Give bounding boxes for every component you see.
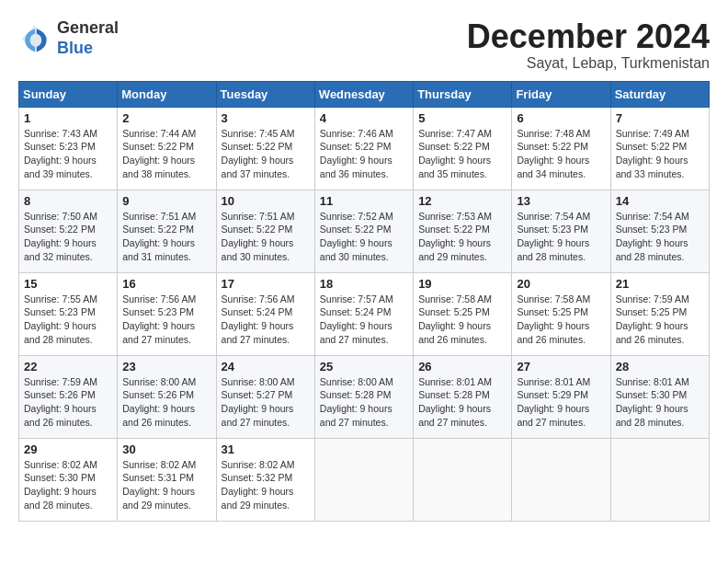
calendar-cell: 28Sunrise: 8:01 AMSunset: 5:30 PMDayligh… bbox=[610, 355, 709, 438]
day-number: 17 bbox=[222, 277, 310, 291]
calendar-cell: 3Sunrise: 7:45 AMSunset: 5:22 PMDaylight… bbox=[216, 107, 314, 190]
logo-text: General Blue bbox=[57, 18, 119, 58]
calendar-cell: 12Sunrise: 7:53 AMSunset: 5:22 PMDayligh… bbox=[414, 190, 512, 272]
day-info: Sunrise: 8:00 AMSunset: 5:26 PMDaylight:… bbox=[122, 375, 210, 430]
day-info: Sunrise: 7:49 AMSunset: 5:22 PMDaylight:… bbox=[616, 127, 704, 181]
calendar-cell: 22Sunrise: 7:59 AMSunset: 5:26 PMDayligh… bbox=[19, 355, 118, 438]
day-number: 7 bbox=[616, 111, 704, 125]
month-title: December 2024 bbox=[467, 18, 710, 55]
calendar-cell bbox=[414, 438, 512, 521]
calendar-cell: 17Sunrise: 7:56 AMSunset: 5:24 PMDayligh… bbox=[216, 272, 314, 355]
day-info: Sunrise: 8:02 AMSunset: 5:32 PMDaylight:… bbox=[222, 458, 310, 512]
calendar-cell: 1Sunrise: 7:43 AMSunset: 5:23 PMDaylight… bbox=[19, 107, 118, 190]
day-number: 28 bbox=[616, 360, 704, 373]
day-number: 27 bbox=[517, 360, 605, 373]
day-number: 9 bbox=[122, 194, 210, 208]
day-info: Sunrise: 8:02 AMSunset: 5:30 PMDaylight:… bbox=[24, 458, 112, 512]
day-info: Sunrise: 7:46 AMSunset: 5:22 PMDaylight:… bbox=[320, 127, 408, 181]
day-number: 11 bbox=[320, 194, 408, 208]
day-info: Sunrise: 7:51 AMSunset: 5:22 PMDaylight:… bbox=[222, 210, 310, 264]
weekday-header: Monday bbox=[118, 81, 216, 107]
calendar-cell: 10Sunrise: 7:51 AMSunset: 5:22 PMDayligh… bbox=[216, 190, 314, 272]
day-info: Sunrise: 7:45 AMSunset: 5:22 PMDaylight:… bbox=[222, 127, 310, 181]
day-info: Sunrise: 7:56 AMSunset: 5:24 PMDaylight:… bbox=[222, 293, 310, 347]
calendar-cell: 13Sunrise: 7:54 AMSunset: 5:23 PMDayligh… bbox=[512, 190, 610, 272]
day-number: 18 bbox=[320, 277, 408, 291]
day-info: Sunrise: 7:47 AMSunset: 5:22 PMDaylight:… bbox=[418, 127, 506, 181]
title-area: December 2024 Sayat, Lebap, Turkmenistan bbox=[467, 18, 710, 72]
calendar-cell: 23Sunrise: 8:00 AMSunset: 5:26 PMDayligh… bbox=[118, 355, 216, 438]
day-number: 31 bbox=[222, 442, 310, 456]
day-info: Sunrise: 8:01 AMSunset: 5:29 PMDaylight:… bbox=[517, 375, 605, 430]
day-number: 19 bbox=[418, 277, 506, 291]
day-number: 13 bbox=[517, 194, 605, 208]
calendar-cell: 7Sunrise: 7:49 AMSunset: 5:22 PMDaylight… bbox=[610, 107, 709, 190]
calendar-header: SundayMondayTuesdayWednesdayThursdayFrid… bbox=[19, 81, 710, 107]
calendar-cell: 6Sunrise: 7:48 AMSunset: 5:22 PMDaylight… bbox=[512, 107, 610, 190]
calendar-cell: 20Sunrise: 7:58 AMSunset: 5:25 PMDayligh… bbox=[512, 272, 610, 355]
day-info: Sunrise: 7:52 AMSunset: 5:22 PMDaylight:… bbox=[320, 210, 408, 264]
calendar-cell: 30Sunrise: 8:02 AMSunset: 5:31 PMDayligh… bbox=[118, 438, 216, 521]
day-number: 25 bbox=[320, 360, 408, 373]
weekday-header: Tuesday bbox=[216, 81, 314, 107]
logo: General Blue bbox=[18, 18, 119, 58]
calendar: SundayMondayTuesdayWednesdayThursdayFrid… bbox=[18, 81, 710, 522]
calendar-cell: 18Sunrise: 7:57 AMSunset: 5:24 PMDayligh… bbox=[314, 272, 413, 355]
day-info: Sunrise: 7:55 AMSunset: 5:23 PMDaylight:… bbox=[24, 293, 112, 347]
calendar-cell: 4Sunrise: 7:46 AMSunset: 5:22 PMDaylight… bbox=[314, 107, 413, 190]
calendar-cell bbox=[314, 438, 413, 521]
calendar-cell: 11Sunrise: 7:52 AMSunset: 5:22 PMDayligh… bbox=[314, 190, 413, 272]
calendar-week-row: 8Sunrise: 7:50 AMSunset: 5:22 PMDaylight… bbox=[19, 190, 710, 272]
day-info: Sunrise: 7:43 AMSunset: 5:23 PMDaylight:… bbox=[24, 127, 112, 181]
day-number: 22 bbox=[24, 360, 112, 373]
day-number: 8 bbox=[24, 194, 112, 208]
day-info: Sunrise: 8:00 AMSunset: 5:27 PMDaylight:… bbox=[222, 375, 310, 430]
day-info: Sunrise: 7:58 AMSunset: 5:25 PMDaylight:… bbox=[517, 293, 605, 347]
day-info: Sunrise: 7:54 AMSunset: 5:23 PMDaylight:… bbox=[616, 210, 704, 264]
calendar-cell: 21Sunrise: 7:59 AMSunset: 5:25 PMDayligh… bbox=[610, 272, 709, 355]
day-info: Sunrise: 7:54 AMSunset: 5:23 PMDaylight:… bbox=[517, 210, 605, 264]
weekday-header: Wednesday bbox=[314, 81, 413, 107]
day-info: Sunrise: 8:02 AMSunset: 5:31 PMDaylight:… bbox=[122, 458, 210, 512]
day-number: 29 bbox=[24, 442, 112, 456]
day-number: 26 bbox=[418, 360, 506, 373]
day-number: 5 bbox=[418, 111, 506, 125]
day-number: 15 bbox=[24, 277, 112, 291]
calendar-week-row: 1Sunrise: 7:43 AMSunset: 5:23 PMDaylight… bbox=[19, 107, 710, 190]
calendar-week-row: 22Sunrise: 7:59 AMSunset: 5:26 PMDayligh… bbox=[19, 355, 710, 438]
day-number: 12 bbox=[418, 194, 506, 208]
day-info: Sunrise: 7:48 AMSunset: 5:22 PMDaylight:… bbox=[517, 127, 605, 181]
day-number: 1 bbox=[24, 111, 112, 125]
day-info: Sunrise: 7:59 AMSunset: 5:25 PMDaylight:… bbox=[616, 293, 704, 347]
calendar-cell bbox=[610, 438, 709, 521]
day-number: 14 bbox=[616, 194, 704, 208]
day-number: 24 bbox=[222, 360, 310, 373]
day-info: Sunrise: 8:01 AMSunset: 5:28 PMDaylight:… bbox=[418, 375, 506, 430]
day-number: 23 bbox=[122, 360, 210, 373]
day-number: 6 bbox=[517, 111, 605, 125]
page-header: General Blue December 2024 Sayat, Lebap,… bbox=[18, 18, 710, 72]
calendar-cell: 5Sunrise: 7:47 AMSunset: 5:22 PMDaylight… bbox=[414, 107, 512, 190]
day-number: 4 bbox=[320, 111, 408, 125]
calendar-cell: 31Sunrise: 8:02 AMSunset: 5:32 PMDayligh… bbox=[216, 438, 314, 521]
calendar-cell: 26Sunrise: 8:01 AMSunset: 5:28 PMDayligh… bbox=[414, 355, 512, 438]
day-info: Sunrise: 7:56 AMSunset: 5:23 PMDaylight:… bbox=[122, 293, 210, 347]
logo-icon bbox=[18, 22, 51, 55]
weekday-header: Friday bbox=[512, 81, 610, 107]
day-info: Sunrise: 7:53 AMSunset: 5:22 PMDaylight:… bbox=[418, 210, 506, 264]
day-number: 3 bbox=[222, 111, 310, 125]
weekday-header: Saturday bbox=[610, 81, 709, 107]
calendar-cell: 8Sunrise: 7:50 AMSunset: 5:22 PMDaylight… bbox=[19, 190, 118, 272]
calendar-cell: 2Sunrise: 7:44 AMSunset: 5:22 PMDaylight… bbox=[118, 107, 216, 190]
day-info: Sunrise: 8:00 AMSunset: 5:28 PMDaylight:… bbox=[320, 375, 408, 430]
calendar-cell: 9Sunrise: 7:51 AMSunset: 5:22 PMDaylight… bbox=[118, 190, 216, 272]
day-info: Sunrise: 7:58 AMSunset: 5:25 PMDaylight:… bbox=[418, 293, 506, 347]
calendar-week-row: 29Sunrise: 8:02 AMSunset: 5:30 PMDayligh… bbox=[19, 438, 710, 521]
day-info: Sunrise: 7:50 AMSunset: 5:22 PMDaylight:… bbox=[24, 210, 112, 264]
calendar-cell: 19Sunrise: 7:58 AMSunset: 5:25 PMDayligh… bbox=[414, 272, 512, 355]
day-info: Sunrise: 7:51 AMSunset: 5:22 PMDaylight:… bbox=[122, 210, 210, 264]
calendar-cell: 15Sunrise: 7:55 AMSunset: 5:23 PMDayligh… bbox=[19, 272, 118, 355]
day-number: 21 bbox=[616, 277, 704, 291]
day-number: 20 bbox=[517, 277, 605, 291]
day-number: 10 bbox=[222, 194, 310, 208]
